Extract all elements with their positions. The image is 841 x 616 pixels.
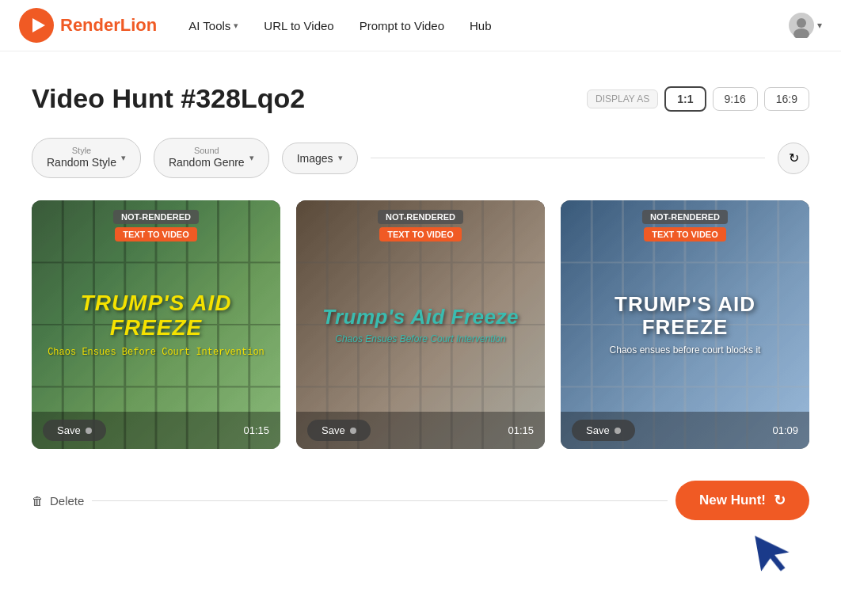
- images-caret-icon: ▾: [338, 153, 343, 163]
- card-bottom-1: Save 01:15: [32, 412, 280, 449]
- card-title-2: Trump's Aid Freeze: [309, 306, 533, 329]
- display-as-label: DISPLAY AS: [587, 89, 658, 108]
- bottom-bar: 🗑 Delete New Hunt! ↻: [32, 473, 809, 528]
- new-hunt-label: New Hunt!: [699, 492, 766, 508]
- refresh-filter-button[interactable]: ↻: [778, 143, 809, 174]
- ai-tools-caret: ▾: [234, 21, 238, 31]
- display-as-group: DISPLAY AS 1:1 9:16 16:9: [587, 86, 809, 112]
- card-subtitle-2: Chaos Ensues Before Court Intervention: [309, 333, 533, 344]
- save-dot-1: [86, 428, 92, 434]
- card-overlay-3: TRUMP'S AID FREEZE Chaos ensues before c…: [573, 294, 797, 356]
- nav-prompt-to-video[interactable]: Prompt to Video: [360, 19, 444, 32]
- images-filter-button[interactable]: Images ▾: [282, 143, 358, 174]
- navbar: RenderLion AI Tools ▾ URL to Video Promp…: [0, 0, 841, 51]
- main-content: Video Hunt #328Lqo2 DISPLAY AS 1:1 9:16 …: [0, 51, 841, 544]
- video-thumb-3: NOT-RENDERED TEXT TO VIDEO TRUMP'S AID F…: [561, 200, 809, 449]
- save-button-1[interactable]: Save: [43, 420, 106, 441]
- sound-filter-value: Random Genre: [169, 155, 245, 169]
- nav-hub[interactable]: Hub: [470, 19, 492, 32]
- text-to-video-badge-1: TEXT TO VIDEO: [115, 227, 197, 241]
- not-rendered-badge-2: NOT-RENDERED: [378, 210, 463, 224]
- style-filter-value: Random Style: [47, 155, 116, 169]
- video-card-3[interactable]: NOT-RENDERED TEXT TO VIDEO TRUMP'S AID F…: [561, 200, 809, 449]
- save-button-2[interactable]: Save: [307, 420, 371, 441]
- delete-button[interactable]: 🗑 Delete: [32, 494, 84, 508]
- not-rendered-badge-3: NOT-RENDERED: [642, 210, 728, 224]
- delete-line: [92, 500, 668, 501]
- page-title: Video Hunt #328Lqo2: [32, 83, 305, 114]
- card-title-1: TRUMP'S AID FREEZE: [44, 291, 268, 340]
- ratio-16-9-button[interactable]: 16:9: [764, 87, 809, 111]
- filter-bar: Style Random Style ▾ Sound Random Genre …: [32, 138, 809, 178]
- ratio-9-16-button[interactable]: 9:16: [713, 87, 758, 111]
- save-dot-3: [615, 428, 621, 434]
- card-duration-1: 01:15: [243, 424, 269, 436]
- card-subtitle-3: Chaos ensues before court blocks it: [573, 345, 797, 356]
- save-button-3[interactable]: Save: [572, 420, 635, 441]
- card-overlay-2: Trump's Aid Freeze Chaos Ensues Before C…: [309, 306, 533, 344]
- style-filter-label: Style: [47, 146, 116, 155]
- card-bottom-2: Save 01:15: [296, 412, 545, 449]
- video-thumb-1: NOT-RENDERED TEXT TO VIDEO TRUMP'S AID F…: [32, 200, 280, 449]
- refresh-icon: ↻: [774, 492, 786, 509]
- user-caret-icon: ▾: [817, 20, 822, 31]
- logo-icon: [19, 8, 54, 43]
- nav-ai-tools[interactable]: AI Tools ▾: [188, 19, 238, 32]
- sound-caret-icon: ▾: [249, 153, 254, 163]
- text-to-video-badge-2: TEXT TO VIDEO: [379, 227, 462, 241]
- style-caret-icon: ▾: [121, 153, 126, 163]
- card-duration-2: 01:15: [508, 424, 534, 436]
- card-subtitle-1: Chaos Ensues Before Court Intervention: [44, 347, 268, 358]
- delete-label: Delete: [50, 494, 84, 508]
- card-overlay-1: TRUMP'S AID FREEZE Chaos Ensues Before C…: [44, 291, 268, 358]
- logo-text: RenderLion: [60, 15, 157, 36]
- page-header: Video Hunt #328Lqo2 DISPLAY AS 1:1 9:16 …: [32, 83, 809, 114]
- refresh-small-icon: ↻: [789, 150, 799, 165]
- sound-filter-button[interactable]: Sound Random Genre ▾: [154, 138, 269, 178]
- card-title-3: TRUMP'S AID FREEZE: [573, 294, 797, 339]
- sound-filter-label: Sound: [169, 146, 245, 155]
- card-duration-3: 01:09: [772, 424, 798, 436]
- svg-point-3: [797, 18, 806, 28]
- badge-row-1: NOT-RENDERED TEXT TO VIDEO: [113, 210, 199, 241]
- badge-row-3: NOT-RENDERED TEXT TO VIDEO: [642, 210, 728, 241]
- logo[interactable]: RenderLion: [19, 8, 157, 43]
- trash-icon: 🗑: [32, 494, 44, 508]
- video-card-2[interactable]: NOT-RENDERED TEXT TO VIDEO Trump's Aid F…: [296, 200, 545, 449]
- card-bottom-3: Save 01:09: [561, 412, 809, 449]
- video-thumb-2: NOT-RENDERED TEXT TO VIDEO Trump's Aid F…: [296, 200, 545, 449]
- nav-url-to-video[interactable]: URL to Video: [264, 19, 333, 32]
- not-rendered-badge-1: NOT-RENDERED: [113, 210, 199, 224]
- save-dot-2: [350, 428, 356, 434]
- video-grid: NOT-RENDERED TEXT TO VIDEO TRUMP'S AID F…: [32, 200, 809, 449]
- user-account-button[interactable]: ▾: [789, 13, 822, 38]
- video-card-1[interactable]: NOT-RENDERED TEXT TO VIDEO TRUMP'S AID F…: [32, 200, 280, 449]
- nav-links: AI Tools ▾ URL to Video Prompt to Video …: [188, 19, 789, 32]
- images-filter-label: Images: [297, 151, 333, 165]
- new-hunt-button[interactable]: New Hunt! ↻: [675, 481, 809, 520]
- filter-separator: [371, 158, 765, 158]
- style-filter-button[interactable]: Style Random Style ▾: [32, 138, 141, 178]
- nav-right: ▾: [789, 13, 822, 38]
- text-to-video-badge-3: TEXT TO VIDEO: [644, 227, 726, 241]
- badge-row-2: NOT-RENDERED TEXT TO VIDEO: [378, 210, 463, 241]
- ratio-1-1-button[interactable]: 1:1: [664, 86, 706, 112]
- user-avatar-icon: [789, 13, 814, 38]
